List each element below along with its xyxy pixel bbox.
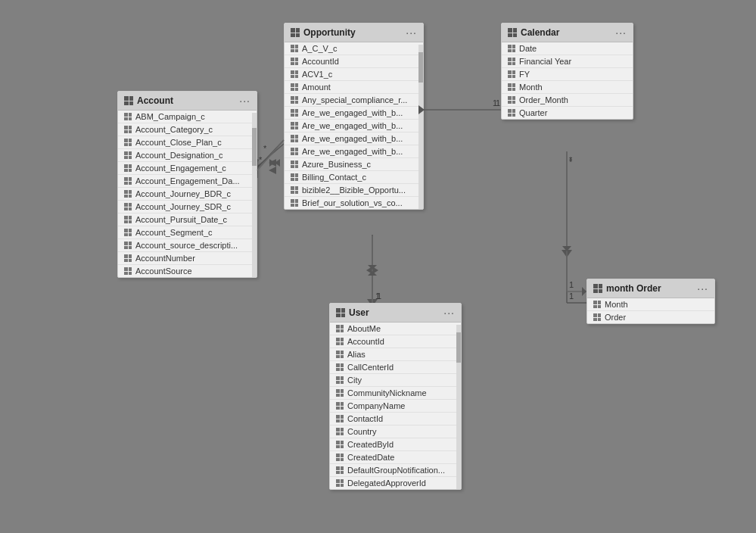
field-icon <box>336 325 344 332</box>
field-icon <box>124 151 132 159</box>
svg-text:*: * <box>263 144 267 153</box>
field-icon <box>508 58 515 65</box>
month-order-table-menu[interactable]: ··· <box>697 282 708 295</box>
svg-text:1: 1 <box>377 291 381 301</box>
field-icon <box>124 229 132 236</box>
svg-marker-14 <box>366 266 372 274</box>
svg-text:1: 1 <box>569 291 574 301</box>
svg-marker-31 <box>368 265 377 270</box>
calendar-table-icon <box>508 28 517 37</box>
field-icon <box>336 441 344 448</box>
field-icon <box>336 376 344 384</box>
user-field-7: CompanyName <box>330 400 461 413</box>
calendar-table-title: Calendar <box>508 27 559 38</box>
field-icon <box>336 402 344 410</box>
opp-field-11: Billing_Contact_c <box>285 171 423 184</box>
field-icon <box>291 70 298 78</box>
field-icon <box>124 177 132 185</box>
field-icon <box>291 199 298 207</box>
field-icon <box>124 254 132 262</box>
user-field-11: CreatedDate <box>330 451 461 464</box>
account-field-5: Account_Engagement_c <box>118 162 257 175</box>
field-icon <box>124 216 132 223</box>
opp-field-3: ACV1_c <box>285 68 423 81</box>
user-table-header: User ··· <box>330 304 461 323</box>
month-order-table-icon <box>593 284 602 293</box>
field-icon <box>508 70 515 78</box>
user-field-6: CommunityNickname <box>330 387 461 400</box>
account-field-11: Account_source_descripti... <box>118 239 257 252</box>
field-icon <box>336 389 344 397</box>
svg-text:*: * <box>569 155 573 164</box>
account-table-body: ABM_Campaign_c Account_Category_c Accoun… <box>118 111 257 277</box>
user-field-4: CallCenterId <box>330 361 461 374</box>
month-order-table-body: Month Order <box>587 298 714 323</box>
cal-field-fy: FY <box>502 68 633 81</box>
svg-text:1: 1 <box>496 98 500 108</box>
field-icon <box>291 58 298 65</box>
field-icon <box>291 96 298 104</box>
user-field-2: AccountId <box>330 335 461 348</box>
field-icon <box>291 122 298 129</box>
svg-text:*: * <box>569 157 573 167</box>
opportunity-table-menu[interactable]: ··· <box>406 26 417 39</box>
calendar-table: Calendar ··· Date Financial Year FY Mont… <box>501 23 633 120</box>
opp-field-5: Any_special_compliance_r... <box>285 94 423 107</box>
calendar-table-menu[interactable]: ··· <box>615 26 627 39</box>
user-table-menu[interactable]: ··· <box>443 307 455 319</box>
field-icon <box>291 45 298 52</box>
account-field-6: Account_Engagement_Da... <box>118 175 257 188</box>
field-icon <box>336 415 344 422</box>
field-icon <box>508 96 515 104</box>
user-field-1: AboutMe <box>330 323 461 335</box>
svg-marker-7 <box>269 159 276 167</box>
account-field-8: Account_Journey_SDR_c <box>118 201 257 214</box>
user-field-country: Country <box>330 425 461 438</box>
field-icon <box>336 351 344 358</box>
opp-field-7: Are_we_engaged_with_b... <box>285 120 423 132</box>
field-icon <box>336 479 344 487</box>
field-icon <box>124 126 132 133</box>
opportunity-table: Opportunity ··· A_C_V_c AccountId ACV1_c… <box>284 23 424 210</box>
field-icon <box>291 109 298 117</box>
svg-text:1: 1 <box>375 291 380 301</box>
field-icon <box>124 113 132 120</box>
svg-marker-8 <box>269 167 276 174</box>
svg-line-9 <box>257 140 284 168</box>
field-icon <box>336 338 344 345</box>
opportunity-table-header: Opportunity ··· <box>285 23 423 42</box>
user-field-city: City <box>330 374 461 387</box>
opp-field-13: Brief_our_solution_vs_co... <box>285 197 423 209</box>
calendar-table-body: Date Financial Year FY Month Order_Month… <box>502 42 633 119</box>
svg-marker-15 <box>372 266 378 274</box>
field-icon <box>593 313 601 321</box>
cal-field-date: Date <box>502 42 633 55</box>
user-table-title: User <box>336 307 369 318</box>
account-table-menu[interactable]: ··· <box>239 95 250 107</box>
month-order-table-header: month Order ··· <box>587 279 714 298</box>
mo-field-order: Order <box>587 311 714 323</box>
svg-marker-38 <box>562 246 571 251</box>
mo-field-month: Month <box>587 298 714 311</box>
opportunity-table-title: Opportunity <box>291 27 356 38</box>
opportunity-table-icon <box>291 28 300 37</box>
field-icon <box>508 109 515 117</box>
svg-marker-27 <box>269 159 275 167</box>
account-field-12: AccountNumber <box>118 252 257 265</box>
field-icon <box>291 161 298 168</box>
opp-field-1: A_C_V_c <box>285 42 423 55</box>
opp-field-10: Azure_Business_c <box>285 158 423 171</box>
svg-text:1: 1 <box>493 98 497 108</box>
svg-text:1: 1 <box>569 280 574 289</box>
opp-field-12: bizible2__Bizible_Opportu... <box>285 184 423 197</box>
account-table-icon <box>124 96 133 105</box>
field-icon <box>124 139 132 146</box>
field-icon <box>124 203 132 210</box>
field-icon <box>508 83 515 91</box>
svg-marker-28 <box>275 159 280 167</box>
account-field-3: Account_Close_Plan_c <box>118 136 257 149</box>
user-table-body: AboutMe AccountId Alias CallCenterId Cit… <box>330 323 461 489</box>
account-field-7: Account_Journey_BDR_c <box>118 188 257 201</box>
user-table-icon <box>336 308 345 317</box>
opp-field-2: AccountId <box>285 55 423 68</box>
